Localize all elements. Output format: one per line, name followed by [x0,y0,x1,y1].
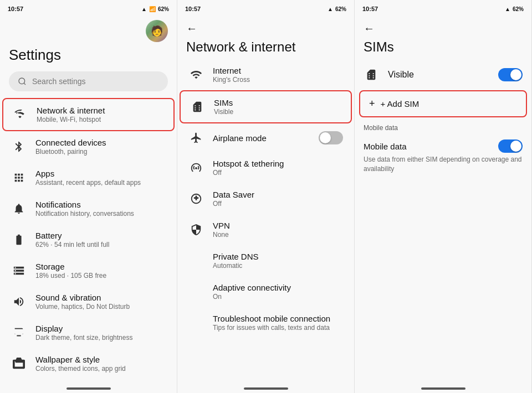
notifications-item-text: Notifications Notification history, conv… [35,200,134,218]
sound-title: Sound & vibration [35,293,130,302]
vpn-icon [188,222,204,237]
vpn-subtitle: None [213,231,230,239]
troubleshoot-subtitle: Tips for issues with calls, texts and da… [213,324,330,332]
network-title: Network & internet [37,106,105,115]
airplane-toggle[interactable] [319,131,343,144]
wifi-icon-status2: ▲ [328,6,333,12]
status-icons-2: ▲ 62% [328,6,346,12]
vpn-item[interactable]: VPN None [180,214,352,245]
network-panel-title: Network & internet [177,37,354,59]
battery-subtitle: 62% · 54 min left until full [35,241,109,249]
storage-item-text: Storage 18% used · 105 GB free [35,262,106,280]
back-button-3[interactable]: ← [355,15,531,37]
sidebar-item-connected[interactable]: Connected devices Bluetooth, pairing [2,131,175,162]
display-title: Display [35,324,132,333]
add-sim-button[interactable]: + + Add SIM [359,90,527,117]
add-icon: + [369,98,375,110]
troubleshoot-title: Troubleshoot mobile connection [213,314,330,323]
visible-row: Visible [355,59,531,90]
internet-item[interactable]: Internet King's Cross [180,59,352,90]
dns-title: Private DNS [213,252,259,261]
mobile-data-row[interactable]: Mobile data Use data from either SIM dep… [355,134,531,179]
visible-toggle[interactable] [498,68,523,81]
dns-subtitle: Automatic [213,262,259,270]
home-indicator-3 [421,387,466,390]
battery-status-1: 62% [158,6,169,12]
notifications-title: Notifications [35,200,134,209]
storage-title: Storage [35,262,106,271]
search-bar[interactable] [9,71,168,91]
sidebar-item-battery[interactable]: Battery 62% · 54 min left until full [2,224,175,255]
sidebar-item-network[interactable]: Network & internet Mobile, Wi-Fi, hotspo… [2,98,175,131]
connected-item-text: Connected devices Bluetooth, pairing [35,138,106,156]
airplane-icon [188,130,204,146]
apps-title: Apps [35,169,141,178]
battery-title: Battery [35,231,109,240]
settings-panel: 10:57 ▲ 📶 62% 🧑 Settings Network & inter… [0,0,177,393]
vpn-title: VPN [213,221,230,230]
mobile-data-title: Mobile data [364,142,494,151]
sidebar-item-apps[interactable]: Apps Assistant, recent apps, default app… [2,162,175,193]
status-time-2: 10:57 [185,6,201,12]
sim-card-icon [364,67,379,82]
home-indicator-2 [244,387,288,390]
mobile-data-toggle[interactable] [498,139,523,153]
sidebar-item-accessibility[interactable]: Accessibility Display, interaction, audi… [2,379,175,383]
adaptive-icon [188,284,204,299]
connected-title: Connected devices [35,138,106,147]
apps-icon [11,170,27,185]
sound-subtitle: Volume, haptics, Do Not Disturb [35,303,130,311]
battery-item-text: Battery 62% · 54 min left until full [35,231,109,249]
user-avatar[interactable]: 🧑 [146,20,168,42]
sims-item[interactable]: SIMs Visible [180,90,352,123]
sidebar-item-wallpaper[interactable]: Wallpaper & style Colors, themed icons, … [2,348,175,379]
adaptive-item[interactable]: Adaptive connectivity On [180,276,352,307]
sim-icon [190,99,205,115]
apps-item-text: Apps Assistant, recent apps, default app… [35,169,141,187]
status-bar-1: 10:57 ▲ 📶 62% [0,0,177,15]
status-time-1: 10:57 [8,6,23,12]
storage-subtitle: 18% used · 105 GB free [35,272,106,280]
sidebar-item-display[interactable]: Display Dark theme, font size, brightnes… [2,317,175,348]
troubleshoot-text: Troubleshoot mobile connection Tips for … [213,314,330,332]
sims-subtitle: Visible [214,108,233,116]
airplane-title: Airplane mode [213,133,267,143]
troubleshoot-icon [188,315,204,330]
sidebar-item-notifications[interactable]: Notifications Notification history, conv… [2,193,175,224]
wallpaper-icon [11,356,27,371]
status-icons-3: ▲ 62% [505,6,524,12]
troubleshoot-item[interactable]: Troubleshoot mobile connection Tips for … [180,307,352,338]
vpn-text: VPN None [213,221,230,239]
avatar-container: 🧑 [0,15,177,42]
wallpaper-item-text: Wallpaper & style Colors, themed icons, … [35,355,126,373]
datasaver-icon [188,191,204,206]
signal-icon: 📶 [149,6,156,12]
home-indicator-1 [66,387,111,390]
battery-status-3: 62% [513,6,524,12]
battery-icon [11,232,27,247]
display-icon [11,325,27,340]
svg-point-0 [19,78,25,84]
status-time-3: 10:57 [362,6,378,12]
hotspot-item[interactable]: Hotspot & tethering Off [180,152,352,183]
wifi-status-icon: ▲ [141,6,147,12]
search-input[interactable] [32,77,159,86]
connected-subtitle: Bluetooth, pairing [35,148,106,156]
sound-item-text: Sound & vibration Volume, haptics, Do No… [35,293,130,311]
wallpaper-title: Wallpaper & style [35,355,126,364]
notifications-subtitle: Notification history, conversations [35,210,134,218]
status-bar-3: 10:57 ▲ 62% [355,0,531,15]
visible-label: Visible [388,70,489,80]
internet-subtitle: King's Cross [213,76,250,84]
sidebar-item-sound[interactable]: Sound & vibration Volume, haptics, Do No… [2,286,175,317]
airplane-item[interactable]: Airplane mode [180,123,352,152]
mobile-data-header: Mobile data [364,139,523,153]
sidebar-item-storage[interactable]: Storage 18% used · 105 GB free [2,255,175,286]
internet-text: Internet King's Cross [213,66,250,84]
display-subtitle: Dark theme, font size, brightness [35,334,132,342]
back-button-2[interactable]: ← [177,15,354,37]
wifi-icon-status3: ▲ [505,6,510,12]
status-icons-1: ▲ 📶 62% [141,6,169,12]
private-dns-item[interactable]: Private DNS Automatic [180,245,352,276]
datasaver-item[interactable]: Data Saver Off [180,183,352,214]
